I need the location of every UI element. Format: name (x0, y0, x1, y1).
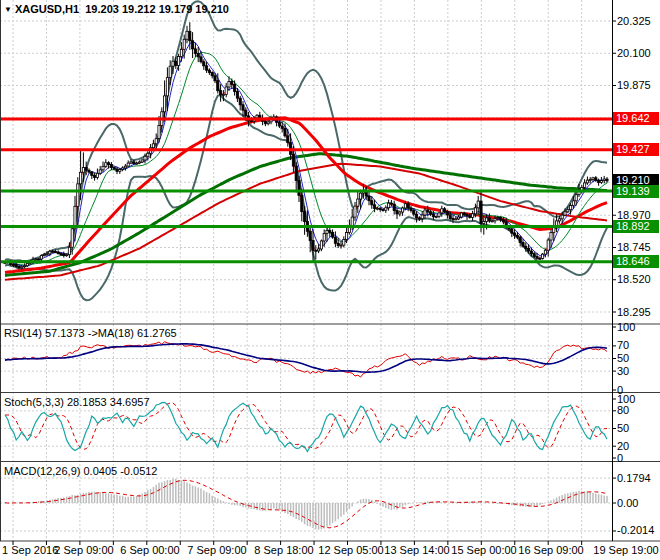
ohlc-readout: 19.203 19.212 19.179 19.210 (85, 3, 229, 15)
macd-tick-label: 0.00 (617, 497, 638, 510)
panel-borders (0, 0, 660, 541)
mt4-chart-window: ▼XAGUSD,H1 19.203 19.212 19.179 19.210 R… (0, 0, 660, 560)
time-axis-label: 8 Sep 18:00 (254, 544, 313, 556)
symbol-dropdown-icon[interactable]: ▼ (4, 5, 12, 14)
grid-lines (0, 0, 612, 541)
time-axis-label: 19 Sep 19:00 (593, 544, 658, 556)
stochastic-plot (5, 402, 607, 451)
price-level-badge: 18.892 (613, 220, 659, 233)
chart-title: ▼XAGUSD,H1 19.203 19.212 19.179 19.210 (4, 3, 229, 15)
macd-tick-label: -0.2014 (617, 524, 654, 537)
price-level-badge: 19.642 (613, 112, 659, 125)
time-axis-label: 2 Sep 09:00 (54, 544, 113, 556)
time-axis-label: 7 Sep 09:00 (187, 544, 246, 556)
macd-plot (5, 479, 607, 530)
rsi-tick-label: 30 (617, 365, 629, 378)
rsi-tick-label: 100 (617, 321, 635, 334)
stoch-tick-label: 50 (617, 422, 629, 435)
stoch-indicator-label: Stoch(5,3,3) 28.1853 34.6957 (4, 396, 150, 408)
price-level-badge: 19.139 (613, 185, 659, 198)
price-tick-label: 18.295 (617, 306, 651, 319)
price-tick-label: 18.520 (617, 273, 651, 286)
price-tick-label: 19.875 (617, 79, 651, 92)
time-axis-label: 12 Sep 05:00 (318, 544, 383, 556)
time-axis-label: 6 Sep 00:00 (120, 544, 179, 556)
rsi-indicator-label: RSI(14) 57.1373 ->MA(18) 61.2765 (4, 327, 177, 339)
time-axis-label: 16 Sep 09:00 (518, 544, 583, 556)
price-level-badge: 18.646 (613, 255, 659, 268)
macd-indicator-label: MACD(12,26,9) 0.0405 -0.0512 (4, 465, 157, 477)
stoch-tick-label: 0 (617, 452, 623, 465)
price-level-badge: 19.427 (613, 143, 659, 156)
stoch-tick-label: 80 (617, 404, 629, 417)
price-tick-label: 18.745 (617, 241, 651, 254)
price-tick-label: 20.100 (617, 47, 651, 60)
rsi-plot (5, 342, 607, 377)
moving-averages (5, 35, 607, 279)
macd-tick-label: 0.1794 (617, 472, 651, 485)
rsi-tick-label: 50 (617, 352, 629, 365)
symbol-timeframe: XAGUSD,H1 (15, 3, 79, 15)
price-tick-label: 20.325 (617, 15, 651, 28)
candlesticks (4, 22, 608, 269)
time-axis-label: 1 Sep 2016 (2, 544, 58, 556)
time-axis-label: 15 Sep 00:00 (451, 544, 516, 556)
rsi-tick-label: 70 (617, 339, 629, 352)
time-axis-label: 13 Sep 14:00 (384, 544, 449, 556)
